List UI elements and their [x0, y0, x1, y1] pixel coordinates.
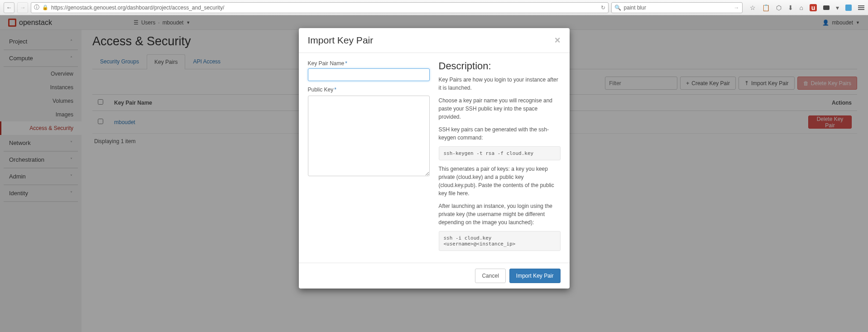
- dropdown-icon[interactable]: ▾: [836, 4, 839, 11]
- ssh-keygen-command: ssh-keygen -t rsa -f cloud.key: [439, 146, 561, 160]
- import-submit-button[interactable]: Import Key Pair: [509, 269, 561, 283]
- forward-button: →: [17, 2, 28, 13]
- lock-icon: 🔒: [42, 5, 48, 10]
- search-text: paint blur: [624, 5, 646, 11]
- description-p4: This generates a pair of keys: a key you…: [439, 165, 561, 197]
- public-key-textarea[interactable]: [308, 96, 430, 176]
- key-pair-name-label: Key Pair Name*: [308, 60, 430, 67]
- ublock-icon[interactable]: u: [810, 4, 817, 11]
- description-p5: After launching an instance, you login u…: [439, 202, 561, 226]
- cancel-button[interactable]: Cancel: [475, 269, 505, 283]
- modal-description: Description: Key Pairs are how you login…: [439, 60, 561, 255]
- public-key-label: Public Key*: [308, 87, 430, 93]
- modal-overlay[interactable]: Import Key Pair × Key Pair Name* Public …: [0, 15, 868, 332]
- hamburger-icon[interactable]: [858, 5, 864, 10]
- pocket-icon[interactable]: ⬡: [776, 4, 782, 11]
- description-p1: Key Pairs are how you login to your inst…: [439, 76, 561, 92]
- description-heading: Description:: [439, 60, 561, 72]
- modal-title: Import Key Pair: [308, 35, 374, 46]
- import-key-pair-modal: Import Key Pair × Key Pair Name* Public …: [299, 28, 570, 289]
- plugin-icon[interactable]: [823, 5, 830, 10]
- clipboard-icon[interactable]: 📋: [762, 4, 770, 11]
- browser-chrome: ← → ⓘ 🔒 https://genostack.genouest.org/d…: [0, 0, 868, 15]
- go-icon[interactable]: →: [734, 5, 739, 11]
- ssh-login-command: ssh -i cloud.key <username>@<instance_ip…: [439, 231, 561, 251]
- app-icon[interactable]: [845, 5, 852, 11]
- description-p2: Choose a key pair name you will recognis…: [439, 96, 561, 121]
- description-p3: SSH key pairs can be generated with the …: [439, 125, 561, 142]
- browser-search[interactable]: 🔍 paint blur →: [611, 2, 743, 13]
- close-icon[interactable]: ×: [555, 34, 561, 46]
- modal-header: Import Key Pair ×: [299, 28, 570, 53]
- home-icon[interactable]: ⌂: [800, 4, 803, 11]
- info-icon: ⓘ: [34, 4, 39, 11]
- modal-footer: Cancel Import Key Pair: [299, 263, 570, 289]
- download-icon[interactable]: ⬇: [788, 4, 793, 11]
- star-icon[interactable]: ☆: [750, 4, 756, 11]
- back-button[interactable]: ←: [4, 2, 14, 13]
- browser-toolbar-icons: ☆ 📋 ⬡ ⬇ ⌂ u ▾: [750, 4, 864, 11]
- key-pair-name-input[interactable]: [308, 68, 430, 81]
- reload-icon[interactable]: ↻: [601, 5, 605, 11]
- url-text: https://genostack.genouest.org/dashboard…: [51, 5, 598, 11]
- search-icon: 🔍: [614, 5, 621, 11]
- url-bar[interactable]: ⓘ 🔒 https://genostack.genouest.org/dashb…: [31, 2, 609, 13]
